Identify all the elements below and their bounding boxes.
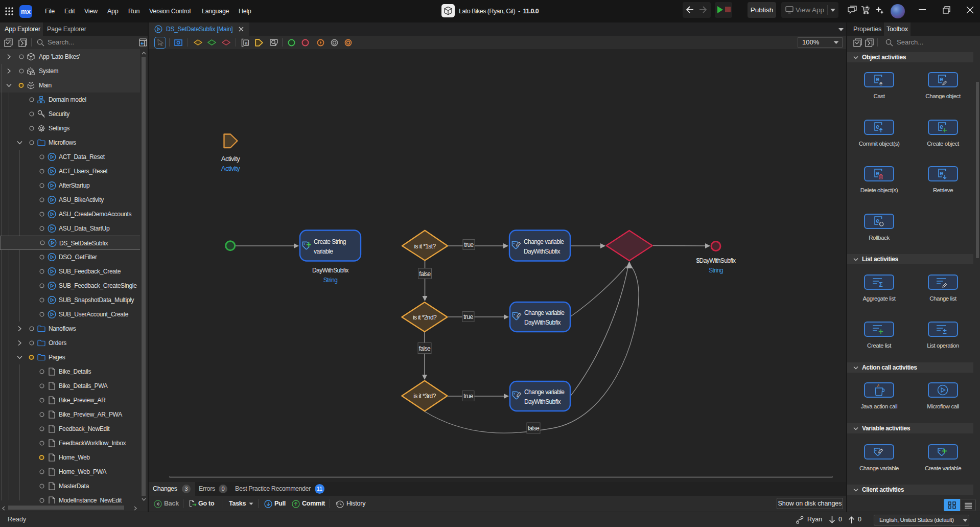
- svg-text:true: true: [464, 241, 474, 248]
- svg-text:is it *2nd?: is it *2nd?: [413, 314, 437, 321]
- svg-text:is it *3rd?: is it *3rd?: [413, 393, 436, 400]
- svg-text:e: e: [940, 123, 943, 130]
- svg-text:e: e: [940, 76, 943, 83]
- svg-text:e: e: [876, 217, 879, 224]
- svg-text:false: false: [419, 345, 431, 352]
- svg-text:String: String: [709, 267, 723, 274]
- svg-text:a: a: [245, 40, 248, 45]
- svg-text:Change variable: Change variable: [524, 309, 565, 316]
- svg-text:e: e: [876, 170, 879, 177]
- svg-text:DayWithSubfix: DayWithSubfix: [312, 267, 348, 274]
- svg-text:false: false: [419, 270, 431, 278]
- svg-text:is it *1st?: is it *1st?: [414, 243, 436, 250]
- svg-text:true: true: [463, 313, 473, 320]
- svg-text:Create String: Create String: [314, 238, 346, 245]
- svg-text:String: String: [323, 277, 338, 284]
- svg-text:DayWithSubfix: DayWithSubfix: [524, 319, 561, 326]
- svg-text:$DayWithSubfix: $DayWithSubfix: [696, 257, 736, 264]
- svg-text:DayWithSubfix: DayWithSubfix: [524, 248, 560, 255]
- svg-text:Activity: Activity: [221, 165, 240, 172]
- svg-text:e: e: [940, 170, 943, 177]
- svg-text:e: e: [876, 123, 879, 130]
- svg-text:DayWithSubfix: DayWithSubfix: [524, 398, 561, 405]
- svg-text:variable: variable: [314, 248, 333, 255]
- svg-text:Σ: Σ: [879, 281, 883, 288]
- svg-text:false: false: [528, 425, 540, 432]
- svg-text:e: e: [879, 80, 882, 86]
- svg-text:Change variable: Change variable: [524, 238, 564, 245]
- svg-text:Change variable: Change variable: [524, 388, 565, 396]
- svg-text:true: true: [463, 393, 473, 400]
- svg-text:Activity: Activity: [221, 155, 240, 163]
